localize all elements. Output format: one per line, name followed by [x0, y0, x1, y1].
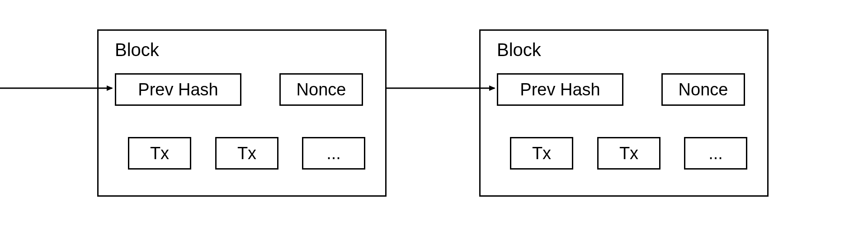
tx-cell: Tx	[128, 137, 191, 170]
tx-cell: Tx	[215, 137, 278, 170]
tx-cell: ...	[684, 137, 747, 170]
tx-label: Tx	[619, 145, 638, 162]
nonce-cell: Nonce	[661, 73, 745, 106]
prev-hash-cell: Prev Hash	[497, 73, 623, 106]
tx-cell: ...	[302, 137, 365, 170]
tx-label: ...	[708, 145, 723, 162]
prev-hash-cell: Prev Hash	[115, 73, 241, 106]
tx-label: Tx	[532, 145, 551, 162]
tx-label: Tx	[237, 145, 256, 162]
nonce-cell: Nonce	[279, 73, 363, 106]
tx-label: ...	[326, 145, 341, 162]
tx-cell: Tx	[510, 137, 573, 170]
block-1: Block Prev Hash Nonce Tx Tx ...	[479, 29, 769, 197]
nonce-label: Nonce	[679, 81, 728, 98]
prev-hash-label: Prev Hash	[520, 81, 600, 98]
tx-label: Tx	[150, 145, 169, 162]
block-0: Block Prev Hash Nonce Tx Tx ...	[97, 29, 387, 197]
nonce-label: Nonce	[297, 81, 346, 98]
blockchain-diagram: { "blocks": [ { "title": "Block", "heade…	[0, 0, 868, 236]
block-title: Block	[497, 41, 541, 59]
prev-hash-label: Prev Hash	[138, 81, 218, 98]
tx-cell: Tx	[597, 137, 660, 170]
block-title: Block	[115, 41, 159, 59]
